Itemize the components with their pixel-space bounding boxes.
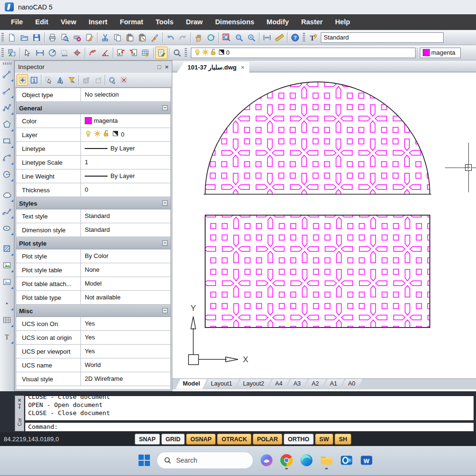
explorer-app-icon[interactable] (318, 451, 335, 470)
paste-button[interactable] (124, 31, 136, 44)
zoom-scale-button[interactable] (233, 31, 245, 44)
menu-raster[interactable]: Raster (295, 14, 329, 30)
property-visual-style[interactable]: Visual style2D Wireframe (16, 372, 170, 386)
property-ucs-icon-on[interactable]: UCS icon OnYes (16, 317, 170, 331)
layout-tab-a4[interactable]: A4 (268, 379, 289, 389)
close-icon[interactable]: × (165, 63, 169, 70)
property-plot-style-table[interactable]: Plot style tableNone (16, 263, 170, 277)
sel-new-button[interactable] (17, 74, 28, 86)
color-combo[interactable]: magenta (420, 48, 461, 58)
property-plot-table-attach-[interactable]: Plot table attach...Model (16, 277, 170, 291)
property-text-style[interactable]: Text styleStandard (16, 209, 170, 223)
text-style-button[interactable]: T (307, 31, 319, 44)
search-input[interactable]: Search (157, 452, 253, 469)
layout-tab-a1[interactable]: A1 (323, 379, 344, 389)
property-value[interactable]: None (81, 263, 170, 277)
menu-draw[interactable]: Draw (179, 14, 208, 30)
draw-ellipse-button[interactable] (1, 221, 13, 235)
props-paste-button[interactable] (92, 74, 103, 86)
print-settings-button[interactable] (71, 31, 83, 44)
property-thickness[interactable]: Thickness0 (16, 183, 170, 197)
toggle-otrack[interactable]: OTRACK (217, 434, 251, 445)
property-value[interactable]: Standard (81, 209, 170, 223)
edge-app-icon[interactable] (298, 451, 315, 470)
document-close-icon[interactable]: × (241, 64, 245, 71)
layout-tab-a2[interactable]: A2 (305, 379, 326, 389)
menu-modify[interactable]: Modify (260, 14, 295, 30)
property-value[interactable]: Not available (81, 291, 170, 304)
copy-props-button[interactable] (6, 47, 18, 59)
preview-button[interactable] (59, 31, 71, 44)
redo-button[interactable] (177, 31, 189, 44)
props-copy-button[interactable] (80, 74, 92, 86)
property-layer[interactable]: Layer0 (16, 128, 170, 142)
property-value[interactable]: magenta (81, 114, 170, 128)
property-line-weight[interactable]: Line WeightBy Layer (16, 169, 170, 183)
draw-polygon-button[interactable] (1, 117, 13, 131)
close-icon[interactable]: × (18, 397, 21, 404)
menu-format[interactable]: Format (114, 14, 149, 30)
select-cursor-button[interactable] (21, 47, 34, 59)
toggle-sh[interactable]: SH (335, 434, 351, 445)
menu-tools[interactable]: Tools (149, 14, 180, 30)
property-linetype-scale[interactable]: Linetype Scale1 (16, 156, 170, 169)
sel-cursor-button[interactable] (43, 74, 54, 86)
sel-clear-button[interactable] (118, 74, 129, 86)
save-button[interactable] (30, 31, 43, 44)
property-value[interactable]: Yes (81, 345, 170, 358)
draw-line-button[interactable] (1, 67, 13, 81)
publish-button[interactable] (83, 31, 96, 44)
find-button[interactable] (171, 47, 183, 59)
property-plot-style[interactable]: Plot styleBy Color (16, 249, 170, 263)
draw-image-button[interactable] (1, 275, 13, 289)
command-history[interactable]: CLOSE - Close documentOPEN - Open docume… (25, 396, 474, 421)
toolbar-grip[interactable] (1, 48, 4, 58)
layout-tab-model[interactable]: Model (176, 379, 207, 389)
toggle-ortho[interactable]: ORTHO (284, 434, 314, 445)
format-brush-button[interactable] (149, 31, 161, 44)
fit-button[interactable] (261, 31, 273, 44)
dim-baseline-button[interactable] (59, 47, 71, 59)
excel-import-button[interactable]: x (115, 47, 127, 59)
outlook-app-icon[interactable] (338, 451, 355, 470)
property-value[interactable]: 1 (81, 156, 170, 169)
toggle-sw[interactable]: SW (315, 434, 333, 445)
paste-special-button[interactable] (136, 31, 149, 44)
layer-combo[interactable]: 0 (191, 48, 416, 58)
draw-polyline-button[interactable] (1, 100, 13, 115)
draw-hatch-button[interactable] (1, 241, 13, 256)
toggle-polar[interactable]: POLAR (253, 434, 282, 445)
property-value[interactable]: Yes (81, 317, 170, 330)
draw-spline-button[interactable] (1, 204, 13, 218)
property-value[interactable]: By Layer (81, 169, 170, 183)
regen-button[interactable] (205, 31, 217, 44)
property-value[interactable]: Model (81, 277, 170, 290)
new-doc-button[interactable] (6, 31, 18, 44)
sel-flip-button[interactable] (54, 74, 66, 86)
menu-insert[interactable]: Insert (82, 14, 114, 30)
section-styles[interactable]: Styles− (16, 197, 170, 209)
layout-tab-layout2[interactable]: Layout2 (236, 379, 271, 389)
toggle-grid[interactable]: GRID (161, 434, 185, 445)
property-linetype[interactable]: LinetypeBy Layer (16, 142, 170, 156)
toolbar-grip[interactable] (303, 33, 305, 42)
property-dimension-style[interactable]: Dimension styleStandard (16, 223, 170, 237)
property-value[interactable]: Yes (81, 331, 170, 344)
help-button[interactable]: ? (289, 31, 301, 44)
collapse-icon[interactable]: − (162, 105, 168, 110)
draw-region-button[interactable] (1, 258, 13, 272)
menu-help[interactable]: Help (329, 14, 356, 30)
menu-view[interactable]: View (54, 14, 82, 30)
property-ucs-icon-at-origin[interactable]: UCS icon at originYes (16, 331, 170, 345)
dim-arc-button[interactable]: A (87, 47, 99, 59)
excel-export-button[interactable]: x (127, 47, 139, 59)
toggle-osnap[interactable]: OSNAP (186, 434, 216, 445)
property-value[interactable]: Standard (81, 223, 170, 237)
collapse-icon[interactable]: − (162, 308, 168, 313)
property-value[interactable]: By Layer (81, 142, 170, 155)
pin-icon[interactable] (17, 404, 22, 409)
menu-dimensions[interactable]: Dimensions (209, 14, 260, 30)
property-value[interactable]: 0 (81, 128, 170, 141)
document-tab[interactable]: 101-37 سلبار.dwg × (177, 62, 249, 72)
property-value[interactable]: 0 (81, 183, 170, 197)
